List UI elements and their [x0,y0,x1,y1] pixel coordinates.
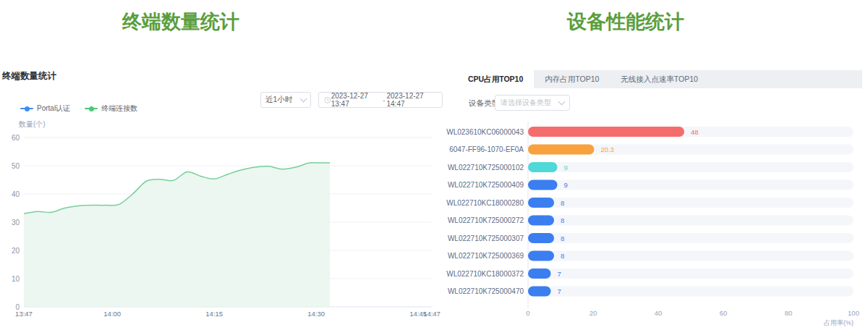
date-separator: - [381,96,386,104]
x-tick-label: 80 [785,309,793,317]
cpu-top10-bar-chart[interactable]: WL023610KC06000043486047-FF96-1070-EF0A2… [0,0,868,330]
series-area [24,163,330,307]
bar[interactable] [528,268,551,279]
y-tick-label: 10 [12,275,20,283]
bar-row-label: WL022710K725000369 [448,252,524,260]
bar-row-label: WL022710K725000272 [448,216,524,224]
chart-legend: Portal认证终端连接数 [20,103,137,114]
y-axis-title: 数量(个) [19,119,46,130]
bar[interactable] [528,162,558,172]
bar[interactable] [528,145,594,155]
bar[interactable] [528,233,554,243]
bar-track [528,145,854,155]
bar-row-label: WL022710KC18000280 [446,199,524,207]
bar-value-label: 7 [558,287,561,295]
y-tick-label: 0 [15,303,20,311]
tab-memory-top10[interactable]: 内存占用TOP10 [534,70,610,88]
bar-row-label: WL022710K725000307 [448,234,524,242]
x-tick-label: 100 [848,309,859,317]
x-tick-label: 14:45 [409,310,427,318]
bar-value-label: 8 [561,234,564,242]
x-tick-label: 13:47 [15,310,33,318]
device-type-select[interactable]: 请选择设备类型 [495,95,570,111]
x-axis-title: 占用率(%) [781,318,854,328]
y-tick-label: 30 [12,219,20,227]
device-type-placeholder: 请选择设备类型 [501,98,551,108]
left-section-heading: 终端数量统计 [0,9,362,35]
bar-value-label: 9 [564,164,568,172]
legend-marker [20,105,33,112]
bar-track [528,162,854,172]
right-section-heading: 设备性能统计 [445,9,807,35]
bar-track [528,198,854,208]
bar-track [528,127,854,137]
bar-row-label: WL022710KC18000372 [446,270,524,278]
x-tick-label: 40 [655,309,663,317]
bar-value-label: 7 [558,270,561,278]
bar-track [528,216,854,226]
bar-track [528,180,854,190]
bar-track [528,287,854,297]
bar-row-label: WL023610KC06000043 [446,128,524,136]
bar-row-label: WL022710K725000102 [448,164,524,172]
bar-row-label: WL022710K725000409 [448,181,524,189]
bar[interactable] [528,180,558,190]
legend-item-0[interactable]: Portal认证 [20,103,70,114]
date-range-picker[interactable]: 2023-12-27 13:47 - 2023-12-27 14:47 [318,92,443,108]
terminal-count-line-chart[interactable]: 010203040506013:4714:0014:1514:3014:4514… [0,0,868,330]
bar-row-label: 6047-FF96-1070-EF0A [449,145,524,153]
bar-track [528,233,854,243]
date-end: 2023-12-27 14:47 [387,92,437,108]
bar-value-label: 8 [561,216,564,224]
time-range-select[interactable]: 近1小时 [260,92,311,108]
bar[interactable] [528,251,554,261]
bar[interactable] [528,216,554,226]
tab-cpu-top10[interactable]: CPU占用TOP10 [457,70,534,88]
y-tick-label: 40 [12,190,20,198]
x-tick-label: 20 [590,309,597,317]
y-tick-label: 60 [12,134,20,142]
legend-item-1[interactable]: 终端连接数 [85,103,137,114]
bar-track [528,251,854,261]
legend-label: Portal认证 [37,103,70,114]
bar-value-label: 9 [564,181,568,189]
legend-label: 终端连接数 [101,103,137,114]
bar-value-label: 20.3 [600,145,614,153]
date-start: 2023-12-27 13:47 [331,92,381,108]
tab-ap-rate-top10[interactable]: 无线接入点速率TOP10 [610,70,709,88]
x-tick-label: 0 [526,309,529,317]
series-line [24,163,330,214]
chevron-down-icon [300,96,307,103]
bar-row-label: WL022710K725000470 [448,287,524,295]
time-range-value: 近1小时 [265,95,292,105]
chevron-down-icon [558,98,566,106]
y-tick-label: 50 [12,162,20,170]
legend-marker [85,105,98,112]
bar-value-label: 8 [561,252,564,260]
bar[interactable] [528,127,684,137]
bar[interactable] [528,198,554,208]
x-tick-label: 14:30 [307,310,325,318]
x-tick-label: 14:47 [423,310,441,318]
x-tick-label: 14:15 [205,310,223,318]
tab-bar: CPU占用TOP10内存占用TOP10无线接入点速率TOP10 [457,70,862,88]
dashboard: 010203040506013:4714:0014:1514:3014:4514… [0,0,868,330]
clock-icon [324,96,331,104]
left-panel-title: 终端数量统计 [2,70,56,82]
bar-track [528,268,854,279]
x-tick-label: 14:00 [103,310,121,318]
y-tick-label: 20 [12,247,20,255]
x-tick-label: 60 [720,309,728,317]
bar[interactable] [528,287,551,297]
bar-value-label: 48 [691,128,699,136]
bar-value-label: 8 [561,199,564,207]
